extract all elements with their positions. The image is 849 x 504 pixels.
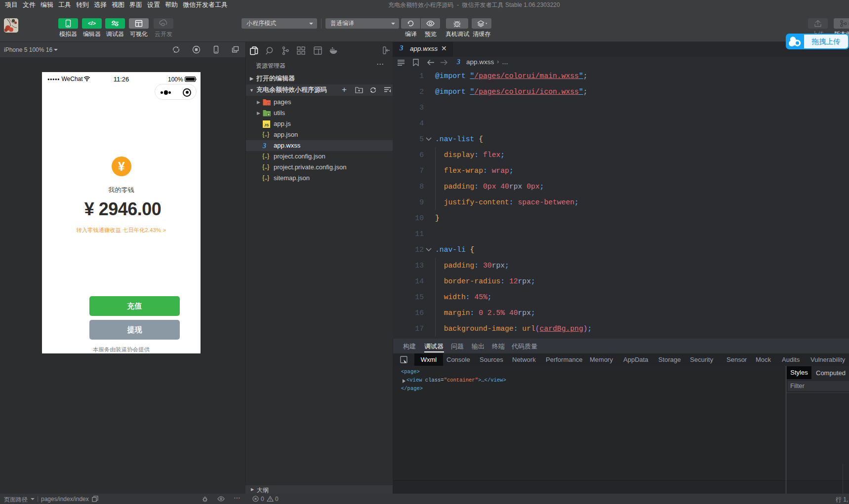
svg-text:JS: JS xyxy=(264,123,269,127)
svg-text:⟨⟩: ⟨⟩ xyxy=(268,102,270,105)
